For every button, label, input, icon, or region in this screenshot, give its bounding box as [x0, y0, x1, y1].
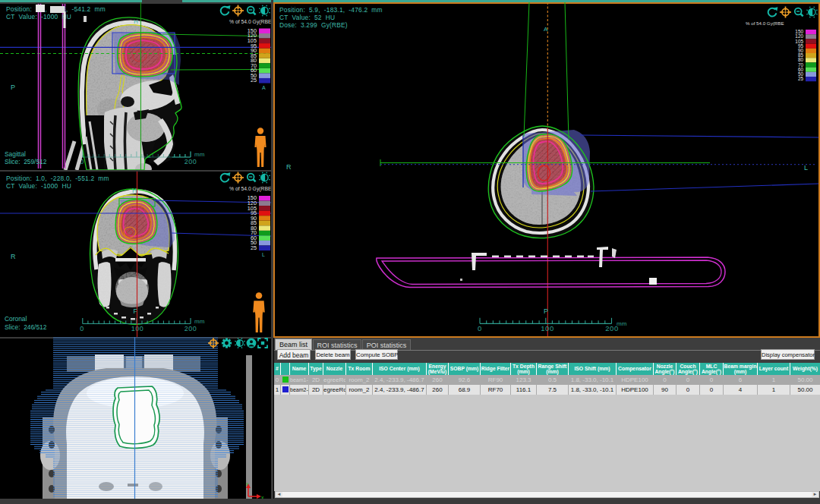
svg-text:CT Value: 52 HU: CT Value: 52 HU	[279, 14, 335, 21]
svg-text:200: 200	[184, 325, 197, 332]
svg-text:200: 200	[184, 158, 197, 165]
svg-text:P: P	[11, 83, 15, 91]
svg-text:CT Value: -1000 HU: CT Value: -1000 HU	[6, 13, 71, 20]
svg-text:y: y	[246, 481, 248, 486]
svg-text:Slice: 259/512: Slice: 259/512	[5, 158, 47, 165]
svg-text:25: 25	[251, 77, 257, 83]
svg-text:Slice: 246/512: Slice: 246/512	[5, 323, 47, 331]
svg-text:A: A	[262, 85, 266, 90]
svg-text:H: H	[132, 187, 137, 194]
svg-text:0: 0	[478, 324, 482, 332]
svg-text:% of 54.0 Gy(RBE: % of 54.0 Gy(RBE	[229, 186, 271, 192]
svg-text:mm: mm	[617, 320, 627, 327]
svg-text:100: 100	[541, 324, 554, 332]
svg-text:H: H	[134, 18, 138, 25]
svg-text:F: F	[133, 307, 137, 315]
svg-text:L: L	[262, 252, 265, 257]
svg-text:CT Value: -1000 HU: CT Value: -1000 HU	[6, 182, 71, 190]
svg-text:Position: 1.0, -228.0, -551: Position: 1.0, -228.0, -551.2 mm	[6, 175, 109, 182]
svg-text:25: 25	[798, 76, 804, 81]
svg-text:A: A	[544, 26, 548, 33]
svg-text:Coronal: Coronal	[5, 315, 27, 323]
svg-text:R: R	[286, 163, 292, 171]
svg-text:P: P	[544, 307, 548, 315]
svg-text:% of 54.0 Gy(RBE: % of 54.0 Gy(RBE	[229, 19, 271, 25]
svg-text:R: R	[11, 253, 16, 260]
svg-text:0: 0	[80, 325, 84, 332]
svg-text:mm: mm	[194, 151, 205, 158]
svg-text:Sagittal: Sagittal	[5, 150, 26, 158]
svg-text:mm: mm	[194, 318, 205, 325]
svg-text:% of 54.0 Gy(RBE: % of 54.0 Gy(RBE	[746, 20, 784, 26]
svg-text:L: L	[804, 164, 808, 172]
svg-text:25: 25	[251, 244, 257, 251]
svg-text:Dose: 3.299 Gy(RBE): Dose: 3.299 Gy(RBE)	[279, 21, 348, 29]
svg-text:x: x	[261, 495, 264, 499]
svg-text:Position: 5.9, -183.1, -476: Position: 5.9, -183.1, -476.2 mm	[279, 6, 383, 14]
